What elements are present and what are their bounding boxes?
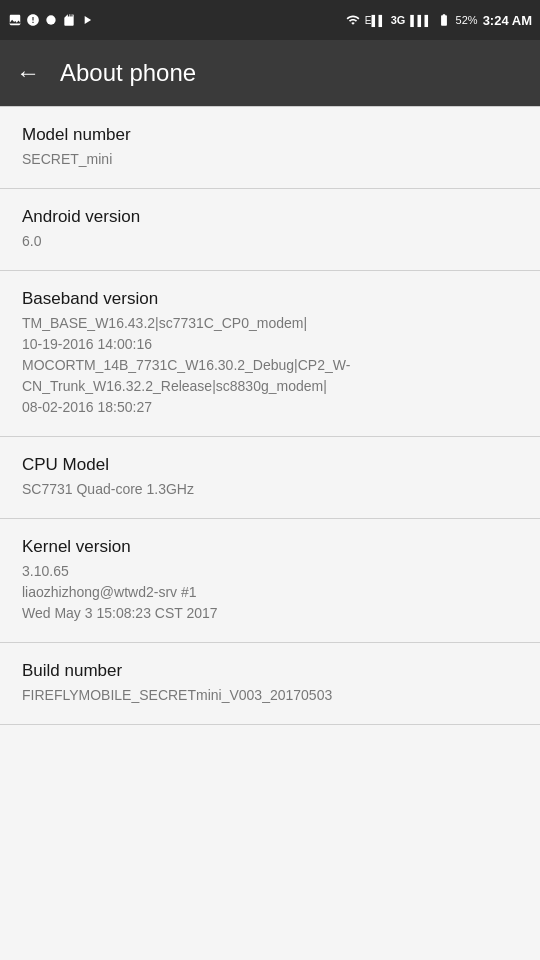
status-time: 3:24 AM [483, 13, 532, 28]
status-icons-left [8, 13, 94, 27]
list-item-value: SECRET_mini [22, 149, 518, 170]
list-item-title: CPU Model [22, 455, 518, 475]
list-item[interactable]: Baseband versionTM_BASE_W16.43.2|sc7731C… [0, 271, 540, 437]
list-item[interactable]: Android version6.0 [0, 189, 540, 271]
top-bar: ← About phone [0, 40, 540, 106]
content-list: Model numberSECRET_miniAndroid version6.… [0, 106, 540, 960]
image-icon [8, 13, 22, 27]
status-bar: E▌▌ 3G ▌▌▌ 52% 3:24 AM [0, 0, 540, 40]
network-bars: ▌▌▌ [410, 15, 431, 26]
wifi-icon [346, 13, 360, 27]
list-item-value: SC7731 Quad-core 1.3GHz [22, 479, 518, 500]
back-button[interactable]: ← [16, 59, 40, 87]
play-icon [80, 13, 94, 27]
network-type: 3G [391, 14, 406, 26]
list-item-value: TM_BASE_W16.43.2|sc7731C_CP0_modem| 10-1… [22, 313, 518, 418]
list-item-value: 3.10.65 liaozhizhong@wtwd2-srv #1 Wed Ma… [22, 561, 518, 624]
page-title: About phone [60, 59, 196, 87]
list-item-title: Baseband version [22, 289, 518, 309]
battery-percent: 52% [456, 14, 478, 26]
signal-text: E▌▌ [365, 15, 386, 26]
battery-icon [437, 13, 451, 27]
list-item[interactable]: Build numberFIREFLYMOBILE_SECRETmini_V00… [0, 643, 540, 725]
list-item-title: Build number [22, 661, 518, 681]
list-item[interactable]: Kernel version3.10.65 liaozhizhong@wtwd2… [0, 519, 540, 643]
sdcard-icon [62, 13, 76, 27]
list-item-title: Kernel version [22, 537, 518, 557]
list-item-title: Android version [22, 207, 518, 227]
svg-point-0 [46, 15, 55, 24]
status-icons-right: E▌▌ 3G ▌▌▌ 52% 3:24 AM [346, 13, 532, 28]
list-item[interactable]: CPU ModelSC7731 Quad-core 1.3GHz [0, 437, 540, 519]
list-item-value: 6.0 [22, 231, 518, 252]
items-container: Model numberSECRET_miniAndroid version6.… [0, 107, 540, 725]
alert-icon [26, 13, 40, 27]
circle-icon [44, 13, 58, 27]
list-item-value: FIREFLYMOBILE_SECRETmini_V003_20170503 [22, 685, 518, 706]
list-item[interactable]: Model numberSECRET_mini [0, 107, 540, 189]
list-item-title: Model number [22, 125, 518, 145]
